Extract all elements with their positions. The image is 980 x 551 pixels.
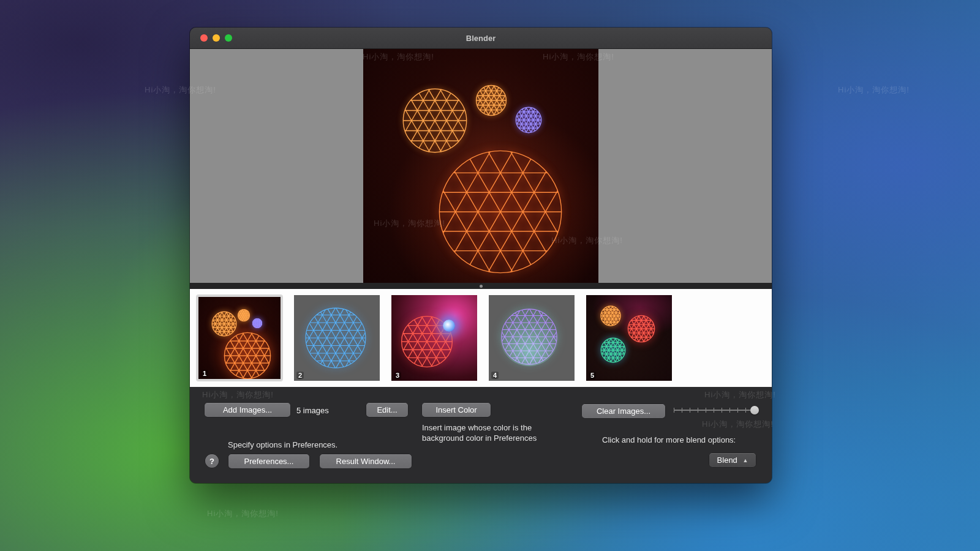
watermark-text: Hi小淘，淘你想淘! (838, 84, 910, 96)
wireframe-sphere-icon (475, 84, 507, 116)
blend-options-slider[interactable] (674, 405, 758, 415)
thumbnail-4[interactable]: 4 (489, 295, 575, 381)
window-title: Blender (190, 34, 772, 43)
cyan-tint-overlay (500, 307, 559, 366)
preview-side-left (190, 49, 363, 283)
blend-button-label: Blend (717, 455, 737, 465)
chevron-up-icon: ▲ (742, 457, 748, 463)
preferences-button[interactable]: Preferences... (228, 454, 309, 468)
thumbnail-2[interactable]: 2 (294, 295, 380, 381)
thumbnail-number: 5 (589, 372, 596, 379)
insert-color-caption-line2: background color in Preferences (422, 433, 537, 443)
blend-hint-caption: Click and hold for more blend options: (602, 435, 736, 445)
thumbnail-1[interactable]: 1 (197, 295, 282, 381)
edit-button[interactable]: Edit... (366, 403, 408, 417)
wireframe-sphere-icon (223, 331, 272, 380)
preview-area (190, 49, 772, 283)
help-button[interactable]: ? (205, 454, 219, 468)
thumbnail-3[interactable]: 3 (391, 295, 477, 381)
thumbnail-5[interactable]: 5 (586, 295, 672, 381)
result-window-button[interactable]: Result Window... (320, 454, 412, 468)
wireframe-sphere-icon (435, 147, 565, 277)
clear-images-button[interactable]: Clear Images... (582, 404, 665, 418)
preview-image (363, 49, 598, 283)
slider-track (674, 410, 758, 411)
insert-color-button[interactable]: Insert Color (422, 403, 491, 417)
wireframe-sphere-icon (238, 309, 250, 321)
control-panel: Add Images... 5 images Edit... Insert Co… (190, 387, 772, 483)
add-images-button[interactable]: Add Images... (205, 403, 290, 417)
wireframe-sphere-icon (252, 318, 262, 328)
blender-window: Blender 1 2 3 (190, 28, 772, 483)
blend-button[interactable]: Blend ▲ (709, 453, 756, 467)
wireframe-sphere-icon (401, 87, 469, 154)
wireframe-sphere-icon (304, 306, 368, 370)
wireframe-sphere-icon (515, 107, 542, 133)
thumbnail-number: 3 (394, 372, 401, 379)
slider-knob[interactable] (750, 406, 759, 414)
title-bar[interactable]: Blender (190, 28, 772, 49)
pager-dot-icon (480, 285, 483, 288)
watermark-text: Hi小淘，淘你想淘! (207, 508, 279, 519)
wireframe-sphere-icon (600, 337, 626, 363)
thumbnail-number: 1 (201, 370, 208, 377)
specify-options-caption: Specify options in Preferences. (228, 440, 337, 450)
wireframe-sphere-icon (600, 305, 621, 326)
pager-strip (190, 283, 772, 289)
thumbnail-number: 2 (296, 372, 304, 379)
images-count-label: 5 images (296, 406, 329, 415)
thumbnail-strip: 1 2 3 4 5 (190, 289, 772, 387)
glow-ball-icon (443, 320, 455, 332)
preview-side-right (598, 49, 772, 283)
wireframe-sphere-icon (627, 315, 655, 343)
thumbnail-number: 4 (491, 372, 499, 379)
insert-color-caption-line1: Insert image whose color is the (422, 422, 532, 433)
